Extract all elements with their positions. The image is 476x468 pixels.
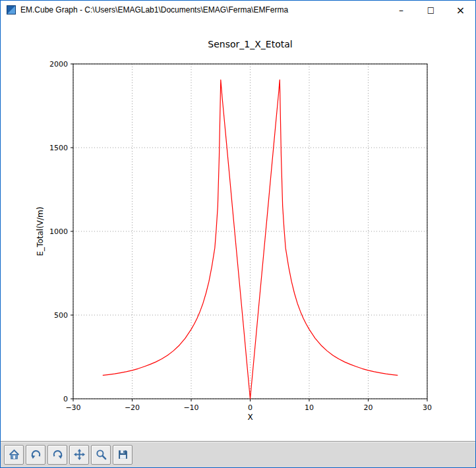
maximize-button[interactable]: □ <box>416 1 446 19</box>
chart-title: Sensor_1_X_Etotal <box>73 39 427 49</box>
app-icon <box>6 5 16 15</box>
back-icon <box>30 449 42 460</box>
pan-button[interactable] <box>69 445 89 465</box>
plot-svg: −30−20−1001020300500100015002000 <box>1 19 475 441</box>
y-tick-label: 1500 <box>49 144 68 152</box>
zoom-button[interactable] <box>91 445 111 465</box>
y-axis-label: E_Total(V/m) <box>36 207 45 256</box>
emcube-logo-icon <box>6 5 16 15</box>
x-tick-label: −20 <box>125 403 140 412</box>
zoom-icon <box>96 449 107 460</box>
y-tick-label: 1000 <box>49 227 68 236</box>
titlebar[interactable]: EM.Cube Graph - C:\Users\EMAGLab1\Docume… <box>1 1 475 19</box>
y-tick-label: 2000 <box>49 60 68 69</box>
x-tick-label: −30 <box>65 403 80 412</box>
figure-area: −30−20−1001020300500100015002000 Sensor_… <box>1 19 475 441</box>
x-tick-label: −10 <box>183 403 198 412</box>
back-button[interactable] <box>26 445 45 465</box>
x-tick-label: 10 <box>305 403 314 412</box>
minimize-button[interactable]: – <box>386 1 416 19</box>
caption-buttons: – □ × <box>386 1 475 19</box>
forward-button[interactable] <box>47 445 67 465</box>
window-title: EM.Cube Graph - C:\Users\EMAGLab1\Docume… <box>20 5 386 15</box>
y-tick-label: 500 <box>54 311 68 320</box>
home-button[interactable] <box>4 445 24 465</box>
toolbar <box>1 441 475 467</box>
x-tick-label: 0 <box>248 403 253 412</box>
save-button[interactable] <box>113 445 133 465</box>
x-axis-label: X <box>73 413 427 422</box>
forward-icon <box>52 449 63 460</box>
pan-icon <box>74 449 85 460</box>
close-button[interactable]: × <box>446 1 475 19</box>
x-tick-label: 30 <box>423 403 432 412</box>
x-tick-label: 20 <box>364 403 373 412</box>
app-window: EM.Cube Graph - C:\Users\EMAGLab1\Docume… <box>0 0 476 468</box>
home-icon <box>9 449 20 460</box>
save-icon <box>117 449 129 460</box>
y-tick-label: 0 <box>63 395 68 403</box>
